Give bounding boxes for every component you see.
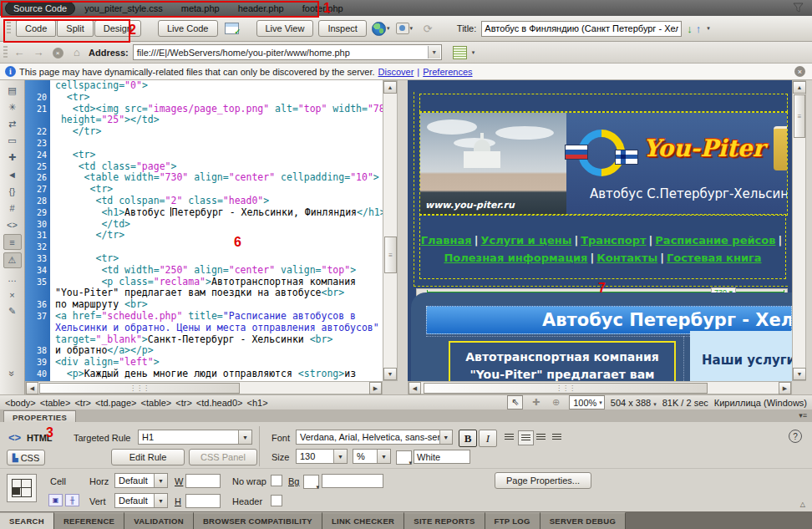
line-numbers-icon[interactable]: # bbox=[4, 201, 21, 215]
italic-button[interactable]: I bbox=[479, 430, 497, 447]
check-page-icon[interactable]: ✓ bbox=[223, 20, 241, 37]
scroll-right-icon[interactable]: ▶ bbox=[369, 382, 382, 394]
inspect-button[interactable]: Inspect bbox=[318, 20, 366, 37]
design-canvas[interactable]: www.you-piter.ru You-Piter Автобус С.Пет… bbox=[408, 80, 792, 381]
apply-comment-icon[interactable]: … bbox=[4, 271, 21, 285]
select-tool-icon[interactable]: ⇖ bbox=[507, 395, 523, 409]
word-wrap-icon[interactable]: ≡ bbox=[3, 234, 22, 250]
related-files-settings-dropdown-icon[interactable]: ▾ bbox=[472, 49, 475, 56]
menu-link[interactable]: Контакты bbox=[596, 252, 657, 264]
reclama-box[interactable]: Автотранспортная компания "You-Piter" пр… bbox=[449, 341, 676, 381]
select-parent-tag-icon[interactable]: ◄ bbox=[4, 167, 21, 181]
scroll-down-icon[interactable]: ▼ bbox=[383, 368, 397, 380]
filter-related-files-icon[interactable] bbox=[793, 3, 804, 14]
page-properties-button[interactable]: Page Properties... bbox=[495, 472, 591, 489]
results-tab-ftp-log[interactable]: FTP LOG bbox=[485, 512, 540, 529]
results-tab-search[interactable]: SEARCH bbox=[0, 512, 54, 529]
panel-collapse-icon[interactable]: △ bbox=[800, 501, 805, 508]
page-top-row[interactable] bbox=[419, 94, 788, 112]
preferences-link[interactable]: Preferences bbox=[423, 67, 472, 77]
properties-tab[interactable]: PROPERTIES bbox=[3, 410, 76, 423]
results-tab-browser-compatibility[interactable]: BROWSER COMPATIBILITY bbox=[194, 512, 322, 529]
live-code-button[interactable]: Live Code bbox=[158, 20, 218, 37]
code-navigator-icon[interactable]: ✳ bbox=[4, 100, 21, 114]
edit-rule-button[interactable]: Edit Rule bbox=[111, 449, 185, 465]
html-mode-icon[interactable]: <> bbox=[8, 431, 21, 444]
tag-selector-item[interactable]: <table> bbox=[141, 398, 172, 408]
bg-color-input[interactable] bbox=[322, 474, 383, 488]
put-file-icon[interactable]: ↑ bbox=[696, 23, 702, 35]
expand-all-icon[interactable]: ✚ bbox=[4, 150, 21, 165]
menu-link[interactable]: Услуги и цены bbox=[480, 234, 571, 247]
collapse-full-tag-icon[interactable]: ⇄ bbox=[4, 117, 21, 131]
discover-link[interactable]: Discover bbox=[378, 67, 414, 77]
design-horizontal-scrollbar[interactable]: ◀ ⋮⋮⋮ ▶ bbox=[408, 381, 792, 394]
collapse-toolbar-icon[interactable]: » bbox=[7, 371, 18, 377]
menu-link[interactable]: Транспорт bbox=[581, 234, 646, 247]
menu-link[interactable]: Гостевая книга bbox=[667, 252, 762, 264]
tag-selector-item[interactable]: <td.page> bbox=[95, 398, 137, 408]
font-select[interactable]: Verdana, Arial, Helvetica, sans-serif▼ bbox=[296, 430, 453, 445]
document-title-input[interactable] bbox=[481, 21, 682, 37]
pane-splitter[interactable] bbox=[398, 80, 408, 394]
design-vscroll-thumb[interactable]: ≡ bbox=[794, 94, 805, 138]
scroll-up-icon[interactable]: ▲ bbox=[383, 81, 397, 94]
syntax-error-alerts-icon[interactable]: ⚠ bbox=[3, 252, 22, 268]
back-icon[interactable]: ← bbox=[12, 46, 27, 58]
menu-link[interactable]: Главная bbox=[421, 234, 472, 247]
format-source-icon[interactable]: ✎ bbox=[4, 304, 21, 318]
services-box[interactable]: Наши услуги bbox=[690, 331, 792, 381]
no-wrap-checkbox[interactable] bbox=[271, 475, 282, 486]
code-vscroll-thumb[interactable]: ≡ bbox=[384, 237, 397, 273]
tag-selector-item[interactable]: <h1> bbox=[247, 398, 268, 408]
results-tab-reference[interactable]: REFERENCE bbox=[54, 512, 124, 529]
address-dropdown-icon[interactable]: ▼ bbox=[428, 46, 440, 58]
scroll-down-icon[interactable]: ▼ bbox=[793, 368, 806, 380]
refresh-icon[interactable]: ⟳ bbox=[419, 20, 437, 37]
targeted-rule-select[interactable]: H1▼ bbox=[138, 430, 252, 445]
code-vertical-scrollbar[interactable]: ▲ ≡ ▼ bbox=[383, 80, 398, 381]
menu-link[interactable]: Полезная информация bbox=[444, 252, 587, 264]
code-hscroll-thumb[interactable]: ⋮⋮⋮ bbox=[39, 383, 240, 394]
panel-menu-icon[interactable]: ▾≡ bbox=[799, 411, 807, 420]
tag-selector[interactable]: <body><table><tr><td.page><table><tr><td… bbox=[5, 398, 268, 408]
menu-link[interactable]: Расписание рейсов bbox=[655, 234, 775, 247]
results-tab-link-checker[interactable]: LINK CHECKER bbox=[322, 512, 404, 529]
results-tab-site-reports[interactable]: SITE REPORTS bbox=[404, 512, 485, 529]
design-view[interactable]: www.you-piter.ru You-Piter Автобус С.Пет… bbox=[408, 80, 812, 394]
color-value-input[interactable]: White bbox=[414, 450, 470, 464]
align-justify-icon[interactable] bbox=[550, 430, 564, 444]
site-banner[interactable]: www.you-piter.ru You-Piter Автобус С.Пет… bbox=[419, 112, 788, 216]
split-cell-icon[interactable]: ╫ bbox=[65, 494, 79, 506]
code-horizontal-scrollbar[interactable]: ◀ ⋮⋮⋮ ▶ bbox=[25, 381, 383, 394]
design-hscroll-thumb[interactable]: ⋮⋮⋮ bbox=[424, 383, 708, 394]
open-documents-icon[interactable]: ▤ bbox=[4, 84, 21, 98]
file-transfer-dropdown-icon[interactable]: ▾ bbox=[707, 25, 710, 32]
css-mode-button[interactable]: ▙CSS bbox=[7, 450, 45, 465]
scroll-left-icon[interactable]: ◀ bbox=[26, 382, 38, 394]
header-checkbox[interactable] bbox=[271, 495, 282, 506]
tag-selector-item[interactable]: <tr> bbox=[175, 398, 192, 408]
tag-selector-item[interactable]: <table> bbox=[40, 398, 71, 408]
window-size[interactable]: 504 x 388 ▾ bbox=[611, 398, 657, 408]
results-tab-server-debug[interactable]: SERVER DEBUG bbox=[540, 512, 626, 529]
forward-icon[interactable]: → bbox=[31, 46, 46, 58]
get-file-icon[interactable]: ↓ bbox=[687, 23, 693, 35]
home-icon[interactable]: ⌂ bbox=[69, 46, 84, 58]
stop-icon[interactable]: × bbox=[50, 47, 65, 58]
scroll-right-icon[interactable]: ▶ bbox=[779, 382, 791, 394]
page-heading-bar[interactable]: Автобус Петербург - Хельсинки bbox=[426, 306, 792, 334]
cell-width-input[interactable] bbox=[185, 474, 221, 488]
validate-page-icon[interactable]: ▾ bbox=[395, 20, 414, 37]
collapse-selection-icon[interactable]: ▭ bbox=[4, 134, 21, 148]
align-center-icon[interactable] bbox=[518, 430, 534, 445]
help-icon[interactable]: ? bbox=[789, 430, 802, 443]
align-right-icon[interactable] bbox=[534, 430, 548, 444]
related-files-settings-icon[interactable] bbox=[453, 46, 467, 59]
text-color-swatch[interactable] bbox=[396, 450, 412, 465]
align-left-icon[interactable] bbox=[502, 430, 516, 444]
vert-align-select[interactable]: Default▼ bbox=[114, 493, 168, 508]
tag-selector-item[interactable]: <tr> bbox=[74, 398, 91, 408]
zoom-tool-icon[interactable]: ⊕ bbox=[549, 396, 563, 409]
horz-align-select[interactable]: Default▼ bbox=[114, 473, 168, 488]
